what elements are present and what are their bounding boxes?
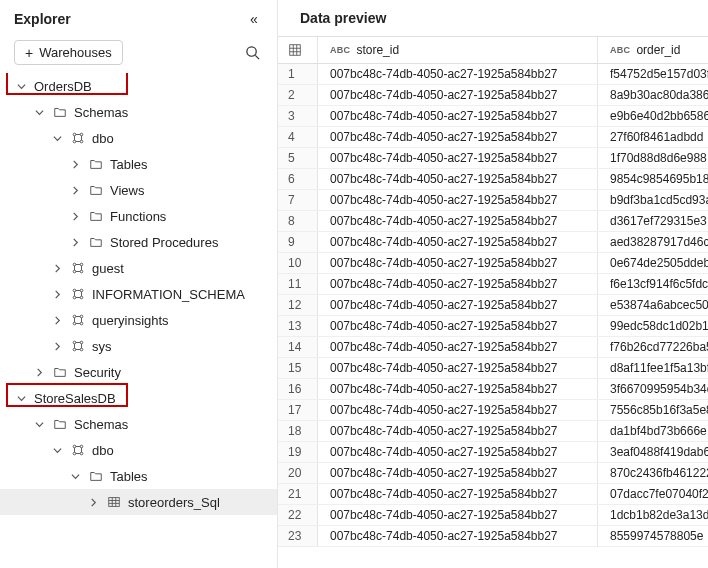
table-row[interactable]: 23007bc48c-74db-4050-ac27-1925a584bb2785… (278, 526, 708, 547)
svg-point-10 (73, 263, 76, 266)
tree-item[interactable]: StoreSalesDB (0, 385, 277, 411)
chevron-down-icon[interactable] (32, 108, 46, 117)
table-row[interactable]: 12007bc48c-74db-4050-ac27-1925a584bb27e5… (278, 295, 708, 316)
collapse-panel-button[interactable]: « (245, 10, 263, 28)
tree-item[interactable]: Functions (0, 203, 277, 229)
table-row[interactable]: 17007bc48c-74db-4050-ac27-1925a584bb2775… (278, 400, 708, 421)
table-row[interactable]: 8007bc48c-74db-4050-ac27-1925a584bb27d36… (278, 211, 708, 232)
tree-item[interactable]: INFORMATION_SCHEMA (0, 281, 277, 307)
explorer-tree[interactable]: OrdersDBSchemasdboTablesViewsFunctionsSt… (0, 73, 277, 568)
tree-item-label: storeorders_Sql (128, 495, 220, 510)
tree-item-label: Schemas (74, 417, 128, 432)
table-row[interactable]: 19007bc48c-74db-4050-ac27-1925a584bb273e… (278, 442, 708, 463)
tree-item-label: dbo (92, 443, 114, 458)
tree-item-label: Stored Procedures (110, 235, 218, 250)
table-row[interactable]: 10007bc48c-74db-4050-ac27-1925a584bb270e… (278, 253, 708, 274)
table-row[interactable]: 6007bc48c-74db-4050-ac27-1925a584bb27985… (278, 169, 708, 190)
chevron-right-icon[interactable] (86, 498, 100, 507)
tree-item[interactable]: Schemas (0, 411, 277, 437)
chevron-down-icon[interactable] (14, 394, 28, 403)
row-number-cell: 21 (278, 484, 318, 504)
table-row[interactable]: 22007bc48c-74db-4050-ac27-1925a584bb271d… (278, 505, 708, 526)
cell-order-id: 3eaf0488f419dab6 (598, 442, 708, 462)
row-number-cell: 19 (278, 442, 318, 462)
chevron-right-icon[interactable] (68, 212, 82, 221)
svg-point-36 (73, 348, 76, 351)
table-row[interactable]: 5007bc48c-74db-4050-ac27-1925a584bb271f7… (278, 148, 708, 169)
table-row[interactable]: 1007bc48c-74db-4050-ac27-1925a584bb27f54… (278, 64, 708, 85)
table-row[interactable]: 13007bc48c-74db-4050-ac27-1925a584bb2799… (278, 316, 708, 337)
cell-store-id: 007bc48c-74db-4050-ac27-1925a584bb27 (318, 295, 598, 315)
grid-body[interactable]: 1007bc48c-74db-4050-ac27-1925a584bb27f54… (278, 64, 708, 547)
chevron-right-icon[interactable] (50, 316, 64, 325)
chevron-right-icon[interactable] (32, 368, 46, 377)
svg-point-2 (73, 133, 76, 136)
table-row[interactable]: 7007bc48c-74db-4050-ac27-1925a584bb27b9d… (278, 190, 708, 211)
chevron-down-icon[interactable] (32, 420, 46, 429)
schema-icon (70, 260, 86, 276)
row-number-cell: 10 (278, 253, 318, 273)
add-warehouses-button[interactable]: + Warehouses (14, 40, 123, 65)
tree-item[interactable]: OrdersDB (0, 73, 277, 99)
tree-item[interactable]: Tables (0, 463, 277, 489)
tree-item[interactable]: Stored Procedures (0, 229, 277, 255)
chevron-right-icon[interactable] (68, 160, 82, 169)
row-number-cell: 14 (278, 337, 318, 357)
table-row[interactable]: 9007bc48c-74db-4050-ac27-1925a584bb27aed… (278, 232, 708, 253)
table-row[interactable]: 2007bc48c-74db-4050-ac27-1925a584bb278a9… (278, 85, 708, 106)
chevron-down-icon[interactable] (68, 472, 82, 481)
cell-store-id: 007bc48c-74db-4050-ac27-1925a584bb27 (318, 190, 598, 210)
schema-icon (70, 130, 86, 146)
svg-point-26 (73, 315, 76, 318)
cell-order-id: 3f6670995954b34c (598, 379, 708, 399)
svg-point-35 (80, 341, 83, 344)
table-row[interactable]: 3007bc48c-74db-4050-ac27-1925a584bb27e9b… (278, 106, 708, 127)
column-header-order-id[interactable]: ABC order_id (598, 37, 708, 63)
cell-store-id: 007bc48c-74db-4050-ac27-1925a584bb27 (318, 442, 598, 462)
column-header-store-id[interactable]: ABC store_id (318, 37, 598, 63)
table-row[interactable]: 16007bc48c-74db-4050-ac27-1925a584bb273f… (278, 379, 708, 400)
tree-item[interactable]: Schemas (0, 99, 277, 125)
tree-item[interactable]: Views (0, 177, 277, 203)
cell-store-id: 007bc48c-74db-4050-ac27-1925a584bb27 (318, 337, 598, 357)
row-number-cell: 7 (278, 190, 318, 210)
chevron-right-icon[interactable] (50, 290, 64, 299)
cell-store-id: 007bc48c-74db-4050-ac27-1925a584bb27 (318, 316, 598, 336)
table-row[interactable]: 21007bc48c-74db-4050-ac27-1925a584bb2707… (278, 484, 708, 505)
chevron-down-icon[interactable] (50, 446, 64, 455)
row-number-cell: 13 (278, 316, 318, 336)
tree-item[interactable]: guest (0, 255, 277, 281)
tree-item-label: Views (110, 183, 144, 198)
tree-item[interactable]: dbo (0, 125, 277, 151)
column-label: store_id (356, 43, 399, 57)
cell-order-id: d8af11fee1f5a13bf (598, 358, 708, 378)
search-button[interactable] (241, 42, 263, 64)
table-row[interactable]: 14007bc48c-74db-4050-ac27-1925a584bb27f7… (278, 337, 708, 358)
table-row[interactable]: 20007bc48c-74db-4050-ac27-1925a584bb2787… (278, 463, 708, 484)
svg-point-18 (73, 289, 76, 292)
tree-item[interactable]: Tables (0, 151, 277, 177)
tree-item-label: OrdersDB (34, 79, 92, 94)
cell-store-id: 007bc48c-74db-4050-ac27-1925a584bb27 (318, 169, 598, 189)
tree-item[interactable]: queryinsights (0, 307, 277, 333)
tree-item[interactable]: sys (0, 333, 277, 359)
svg-point-28 (73, 322, 76, 325)
chevron-down-icon[interactable] (50, 134, 64, 143)
chevron-down-icon[interactable] (14, 82, 28, 91)
chevron-right-icon[interactable] (68, 238, 82, 247)
table-row[interactable]: 4007bc48c-74db-4050-ac27-1925a584bb2727f… (278, 127, 708, 148)
table-row[interactable]: 18007bc48c-74db-4050-ac27-1925a584bb27da… (278, 421, 708, 442)
cell-store-id: 007bc48c-74db-4050-ac27-1925a584bb27 (318, 526, 598, 546)
row-number-cell: 12 (278, 295, 318, 315)
chevron-right-icon[interactable] (50, 342, 64, 351)
chevron-right-icon[interactable] (50, 264, 64, 273)
cell-order-id: 8a9b30ac80da386 (598, 85, 708, 105)
tree-item[interactable]: storeorders_Sql (0, 489, 277, 515)
tree-item[interactable]: dbo (0, 437, 277, 463)
tree-item[interactable]: Security (0, 359, 277, 385)
cell-store-id: 007bc48c-74db-4050-ac27-1925a584bb27 (318, 85, 598, 105)
table-row[interactable]: 15007bc48c-74db-4050-ac27-1925a584bb27d8… (278, 358, 708, 379)
row-number-header[interactable] (278, 37, 318, 63)
chevron-right-icon[interactable] (68, 186, 82, 195)
table-row[interactable]: 11007bc48c-74db-4050-ac27-1925a584bb27f6… (278, 274, 708, 295)
